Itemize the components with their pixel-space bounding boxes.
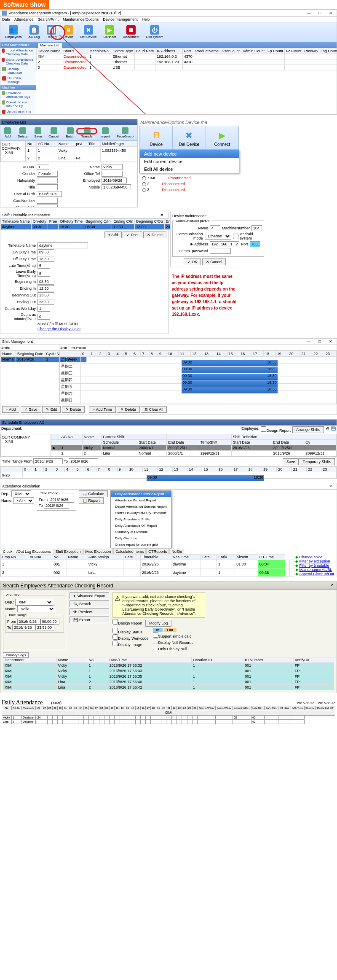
report-menu-item[interactable]: Daily Attendance Shifts <box>111 516 171 522</box>
adv-export-btn[interactable]: ♦ Advanced Export <box>70 592 109 599</box>
calc-tab[interactable]: NoShi <box>169 549 184 555</box>
max-icon[interactable]: □ <box>316 339 324 344</box>
dm-port[interactable] <box>250 241 260 247</box>
dm-cancel-button[interactable]: ✕ Cancel <box>202 258 226 265</box>
menu-device-management[interactable]: Device management <box>103 17 138 22</box>
print-icon[interactable]: 🖨 <box>326 426 329 433</box>
search-row[interactable]: XIMIVicky12016/9/26 17:56:321001FP <box>3 663 334 668</box>
sidebar-item[interactable]: Backup Database <box>0 66 36 75</box>
ha-field[interactable] <box>37 205 58 207</box>
dept-tree[interactable]: OUR COMPANYXIMI <box>0 434 51 456</box>
tt-begin-out[interactable] <box>37 292 54 298</box>
preview-btn[interactable]: 👁 Preview <box>70 608 109 615</box>
sched-save-btn[interactable]: Save <box>283 458 299 465</box>
report-menu-item[interactable]: Attendance General Report <box>111 497 171 503</box>
exit-button[interactable]: ⏻Exit system <box>143 24 166 40</box>
aclog-button[interactable]: 📋AC Log <box>26 24 43 40</box>
tt-end-in[interactable] <box>37 285 54 291</box>
arrange-btn[interactable]: Arrange Shifts <box>292 426 324 433</box>
calc-from[interactable] <box>49 497 74 503</box>
design-report-chk[interactable] <box>112 619 118 625</box>
tt-must-cin[interactable]: Must C/In ☑ Must C/Out <box>37 322 78 326</box>
employees-button[interactable]: 👥Employees <box>2 24 25 40</box>
dm-name[interactable] <box>210 225 220 231</box>
sm-save[interactable]: ✓ Save <box>21 406 41 413</box>
disconnect-button[interactable]: ⏹Disconnect <box>120 24 142 40</box>
sched-row[interactable]: ▶1VickyNormal2000/1/12999/12/312016/9/26… <box>51 445 337 451</box>
max-button[interactable]: □ <box>316 11 324 15</box>
disp-workcode-chk[interactable] <box>112 634 118 640</box>
close-icon[interactable]: ✕ <box>158 213 166 217</box>
emp-cancel-button[interactable]: Cancel <box>45 126 62 140</box>
search-row[interactable]: XIMIVicky12016/9/26 17:56:351001FP <box>3 674 334 679</box>
big-device-button[interactable]: 🖥Device <box>140 126 173 149</box>
emp-row[interactable]: 11Vicky1.0823594450 <box>26 147 137 154</box>
emp-save-button[interactable]: Save <box>31 126 45 140</box>
search-to-d[interactable] <box>12 625 35 630</box>
calc-row[interactable]: 2002Lina2016/9/26daytime100:36 <box>1 568 294 577</box>
machine-list-tab[interactable]: Machine List <box>36 42 337 48</box>
sched-from[interactable] <box>33 458 63 464</box>
modify-log-btn[interactable]: Modify Log <box>145 620 171 627</box>
report-button[interactable]: 📊Report <box>43 24 59 40</box>
tt-delete-button[interactable]: ✕ Delete <box>143 232 166 238</box>
dm-ok-button[interactable]: ✓ OK <box>184 258 201 265</box>
primary-logs-tab[interactable]: Primary Logs <box>3 652 29 658</box>
device-menu-item[interactable]: Edit All device <box>140 165 239 173</box>
calc-link[interactable]: ◆ Filter by timetable <box>295 563 336 568</box>
tt-add-button[interactable]: + Add <box>104 232 122 238</box>
sidebar-item[interactable]: Download attendance logs <box>0 90 36 100</box>
emp-import-button[interactable]: Import <box>97 126 113 140</box>
sm-addtime[interactable]: + Add Time <box>89 406 115 413</box>
sched-row[interactable]: 22LinaNormal2000/1/12999/12/312016/9/262… <box>51 451 337 456</box>
min-icon[interactable]: — <box>305 339 313 344</box>
search-dep[interactable]: XIMI <box>15 599 53 606</box>
emp-batch-button[interactable]: Batch <box>63 126 77 140</box>
close-button[interactable]: ✕ <box>326 11 335 15</box>
report-menu-item[interactable]: Daily Attendance OT Report <box>111 522 171 529</box>
device-menu-item[interactable]: Add new device <box>140 150 239 158</box>
report-menu-item[interactable]: Create report for current grid <box>111 541 171 548</box>
export-icon[interactable]: 💾 <box>331 426 336 433</box>
emp-delete-button[interactable]: Delete <box>15 126 30 140</box>
temp-shifts-btn[interactable]: Temporary Shifts <box>299 458 335 465</box>
sidebar-item[interactable]: Import Attendance Checking Data <box>0 48 36 57</box>
tt-minute[interactable] <box>37 314 50 320</box>
gender-field[interactable] <box>37 171 58 177</box>
machine-row[interactable]: 2Disconnected1Ethernet192.168.1.2014370 <box>36 59 337 65</box>
dm-mn[interactable] <box>251 225 262 231</box>
emp-facegroup-button[interactable]: FaceGroup <box>114 126 136 140</box>
company-tree[interactable]: OUR COMPANY XIMI <box>0 141 26 162</box>
name-field[interactable] <box>102 164 123 170</box>
calc-link[interactable]: ◆ Maintenance AL/BL <box>295 568 336 572</box>
emp-field[interactable] <box>102 178 127 183</box>
search-from-d[interactable] <box>17 619 40 625</box>
device-menu-item[interactable]: Edit current device <box>140 158 239 165</box>
acno-field[interactable] <box>37 164 49 170</box>
close-icon[interactable]: ✕ <box>326 484 335 488</box>
cn-field[interactable] <box>37 198 58 204</box>
calc-link[interactable]: ◆ Change color <box>295 555 336 559</box>
min-button[interactable]: — <box>305 11 313 15</box>
calc-link[interactable]: ◆ Filter by exception <box>295 559 336 563</box>
calc-tab[interactable]: Shift Exception <box>53 549 83 555</box>
search-name[interactable]: <All> <box>17 606 55 612</box>
sidebar-item[interactable]: Upload user info and FP <box>0 109 36 115</box>
design-chk[interactable] <box>261 426 266 432</box>
search-from-t[interactable] <box>40 619 59 625</box>
menu-help[interactable]: Help <box>142 17 150 22</box>
sidebar-item[interactable]: Download user info and Fp <box>0 100 36 109</box>
tt-late[interactable] <box>37 263 50 269</box>
export-btn[interactable]: 💾 Export <box>70 617 109 623</box>
tt-workday[interactable] <box>37 306 50 312</box>
dm-ip[interactable] <box>210 241 239 247</box>
ot-field[interactable] <box>102 171 123 177</box>
dm-mode[interactable]: Ethernet <box>205 233 231 240</box>
report-btn[interactable]: 📋 Report <box>79 497 104 504</box>
menu-maintenance-options[interactable]: Maintenance/Options <box>63 17 99 22</box>
menu-data[interactable]: Data <box>2 17 10 22</box>
calculate-btn[interactable]: 📊 Calculate <box>79 490 108 497</box>
close-icon[interactable]: ✕ <box>331 583 334 589</box>
sm-clear[interactable]: ⊟ Clear All <box>141 406 167 413</box>
search-row[interactable]: XIMILina22016/9/26 17:56:401001FP <box>3 679 334 685</box>
